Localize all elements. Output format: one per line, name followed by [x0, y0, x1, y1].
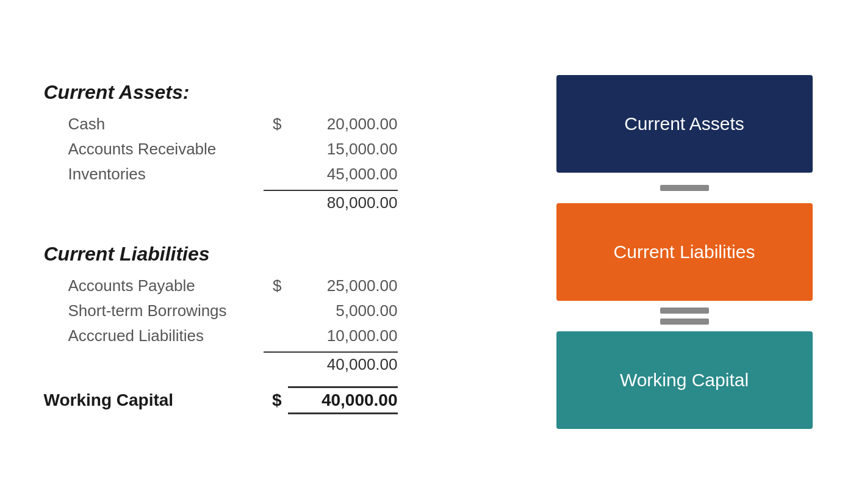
working-capital-card: Working Capital	[556, 331, 813, 429]
ar-amount: 15,000.00	[288, 140, 398, 159]
equals-sign	[660, 301, 709, 331]
current-liabilities-heading: Current Liabilities	[44, 243, 508, 265]
accrued-amount: 10,000.00	[288, 326, 398, 345]
right-panel: Current Assets Current Liabilities Worki…	[556, 75, 813, 429]
ar-label: Accounts Receivable	[44, 140, 264, 159]
stb-row: Short-term Borrowings 5,000.00	[44, 301, 508, 320]
ap-row: Accounts Payable $ 25,000.00	[44, 276, 508, 295]
current-liabilities-card-label: Current Liabilities	[614, 242, 755, 262]
cash-amount: 20,000.00	[288, 115, 398, 134]
minus-sign	[660, 173, 709, 203]
assets-subtotal-amount: 80,000.00	[264, 190, 398, 212]
cash-row: Cash $ 20,000.00	[44, 115, 508, 134]
assets-subtotal-row: 80,000.00	[44, 190, 508, 212]
working-capital-label: Working Capital	[44, 391, 264, 410]
cash-dollar: $	[264, 115, 282, 134]
current-liabilities-card: Current Liabilities	[556, 203, 813, 301]
main-container: Current Assets: Cash $ 20,000.00 Account…	[32, 51, 825, 453]
working-capital-dollar: $	[264, 391, 282, 410]
cash-label: Cash	[44, 115, 264, 134]
left-panel: Current Assets: Cash $ 20,000.00 Account…	[44, 75, 508, 414]
current-assets-card-label: Current Assets	[624, 113, 744, 134]
ap-amount: 25,000.00	[288, 276, 398, 295]
stb-label: Short-term Borrowings	[44, 301, 264, 320]
inventories-amount: 45,000.00	[288, 165, 398, 184]
accrued-label: Acccrued Liabilities	[44, 326, 264, 345]
current-assets-heading: Current Assets:	[44, 81, 508, 104]
inventories-row: Inventories 45,000.00	[44, 165, 508, 184]
ap-dollar: $	[264, 276, 282, 295]
working-capital-amount: 40,000.00	[288, 386, 398, 414]
accrued-row: Acccrued Liabilities 10,000.00	[44, 326, 508, 345]
liabilities-subtotal-amount: 40,000.00	[264, 351, 398, 374]
working-capital-card-label: Working Capital	[620, 370, 749, 391]
inventories-label: Inventories	[44, 165, 264, 184]
working-capital-row: Working Capital $ 40,000.00	[44, 386, 508, 414]
stb-amount: 5,000.00	[288, 301, 398, 320]
current-assets-card: Current Assets	[556, 75, 813, 173]
minus-line	[660, 185, 709, 191]
liabilities-subtotal-row: 40,000.00	[44, 351, 508, 374]
equals-line-2	[660, 319, 709, 325]
ap-label: Accounts Payable	[44, 276, 264, 295]
equals-line-1	[660, 308, 709, 314]
ar-row: Accounts Receivable 15,000.00	[44, 140, 508, 159]
